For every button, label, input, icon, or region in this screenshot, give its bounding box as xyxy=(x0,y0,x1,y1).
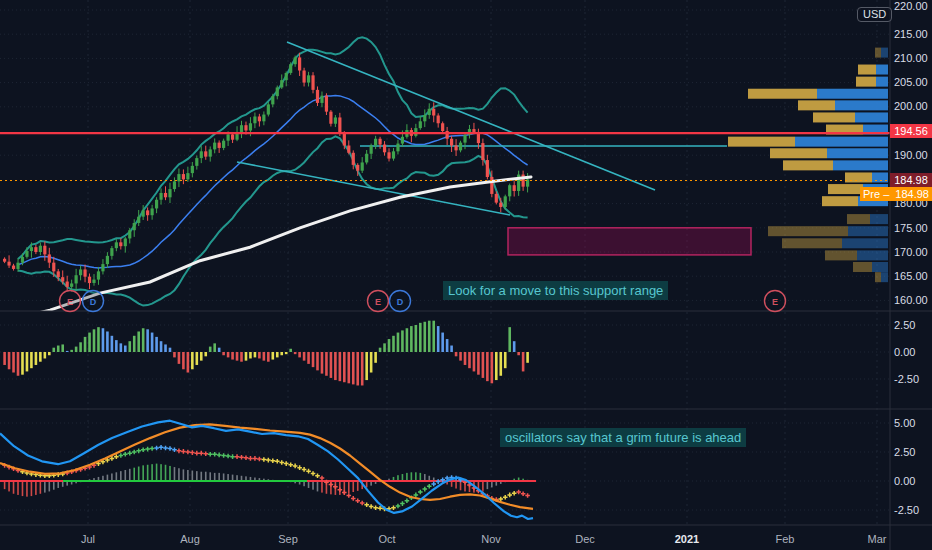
svg-text:D: D xyxy=(397,297,404,307)
price-axis-label: 205.00 xyxy=(894,76,928,88)
time-axis-label: 2021 xyxy=(665,533,709,545)
oscillator-slow-line xyxy=(0,424,533,508)
support-range-note[interactable]: Look for a move to this support range xyxy=(443,281,668,300)
time-axis-label: Aug xyxy=(168,533,212,545)
premarket-price-badge: Pre ‒ 184.98 xyxy=(860,187,932,201)
event-earnings[interactable]: E xyxy=(368,291,389,312)
price-axis-label: 160.00 xyxy=(894,294,928,306)
premarket-value: 184.98 xyxy=(895,187,929,201)
oscillator-axis-label: 2.50 xyxy=(894,446,915,458)
price-axis-label: 175.00 xyxy=(894,222,928,234)
price-axis-label: 220.00 xyxy=(894,0,928,12)
price-axis-label: 165.00 xyxy=(894,270,928,282)
trading-chart-window: EDEDE USD 220.00215.00210.00205.00200.00… xyxy=(0,0,932,550)
macd-axis-label: -2.50 xyxy=(894,373,919,385)
currency-toggle-button[interactable]: USD xyxy=(857,7,892,22)
time-axis-label: Mar xyxy=(855,533,899,545)
event-dividend[interactable]: D xyxy=(390,291,411,312)
time-axis-label: Sep xyxy=(266,533,310,545)
price-axis-label: 170.00 xyxy=(894,246,928,258)
chart-canvas[interactable]: EDEDE xyxy=(0,0,932,550)
event-earnings[interactable]: E xyxy=(60,291,81,312)
svg-text:E: E xyxy=(67,297,73,307)
support-zone-rect[interactable] xyxy=(508,228,751,255)
alert-price-badge: 194.56 xyxy=(890,124,932,138)
price-axis-label: 210.00 xyxy=(894,52,928,64)
event-earnings[interactable]: E xyxy=(765,291,786,312)
time-axis-label: Jul xyxy=(66,533,110,545)
macd-axis-label: 2.50 xyxy=(894,319,915,331)
trendline-2[interactable] xyxy=(237,162,510,215)
oscillator-note[interactable]: oscillators say that a grim future is ah… xyxy=(500,428,746,447)
oscillator-axis-label: 5.00 xyxy=(894,417,915,429)
oscillator-pane[interactable] xyxy=(0,421,536,519)
macd-axis-label: 0.00 xyxy=(894,346,915,358)
premarket-label: Pre ‒ xyxy=(863,187,889,201)
price-axis-label: 215.00 xyxy=(894,28,928,40)
svg-text:E: E xyxy=(375,297,381,307)
price-pane[interactable] xyxy=(0,37,727,322)
last-price-badge: 184.98 xyxy=(890,173,932,187)
macd-histogram-pane[interactable] xyxy=(3,321,529,386)
time-axis-label: Oct xyxy=(365,533,409,545)
event-dividend[interactable]: D xyxy=(83,291,104,312)
svg-text:E: E xyxy=(772,297,778,307)
price-axis-label: 200.00 xyxy=(894,100,928,112)
candles-layer xyxy=(3,53,529,292)
time-axis-label: Nov xyxy=(469,533,513,545)
currency-label: USD xyxy=(863,8,886,20)
trendline-1[interactable] xyxy=(287,42,655,190)
time-axis-label: Dec xyxy=(563,533,607,545)
time-axis-label: Feb xyxy=(763,533,807,545)
price-axis-label: 190.00 xyxy=(894,149,928,161)
oscillator-axis-label: 0.00 xyxy=(894,475,915,487)
oscillator-axis-label: -2.50 xyxy=(894,504,919,516)
svg-text:D: D xyxy=(90,297,97,307)
